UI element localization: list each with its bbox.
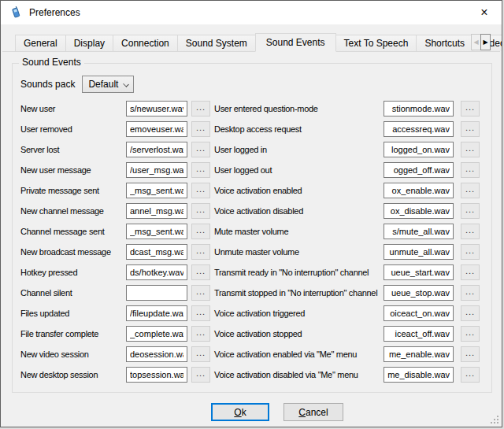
browse-button[interactable]: ... xyxy=(191,244,210,260)
browse-button[interactable]: ... xyxy=(461,162,480,178)
sound-file-input[interactable] xyxy=(126,244,187,260)
browse-button[interactable]: ... xyxy=(461,183,480,198)
sound-file-input[interactable] xyxy=(126,367,187,383)
sound-event-label: New user message xyxy=(20,165,126,175)
sound-event-row: Unmute master volume... xyxy=(214,242,480,262)
chevron-left-icon: ◀ xyxy=(473,39,478,46)
sound-event-label: Files updated xyxy=(20,309,126,318)
sounds-pack-label: Sounds pack xyxy=(20,79,75,90)
close-button[interactable]: × xyxy=(467,1,502,24)
browse-button[interactable]: ... xyxy=(461,367,480,383)
sound-event-row: Hotkey pressed... xyxy=(20,262,210,283)
sound-file-input[interactable] xyxy=(126,162,187,178)
browse-button[interactable]: ... xyxy=(461,326,480,342)
sounds-pack-dropdown[interactable]: Default xyxy=(82,76,134,93)
sound-event-label: Transmit ready in "No interruption" chan… xyxy=(214,268,384,277)
browse-button[interactable]: ... xyxy=(461,244,480,260)
sound-event-row: Transmit stopped in "No interruption" ch… xyxy=(214,283,480,303)
sound-file-input[interactable] xyxy=(126,224,187,239)
tab-scroll-right-button[interactable]: ▶ xyxy=(480,34,491,50)
sound-file-input[interactable] xyxy=(126,142,187,157)
sound-file-input[interactable] xyxy=(384,367,454,383)
sound-event-label: Server lost xyxy=(20,145,126,154)
browse-button[interactable]: ... xyxy=(191,224,210,239)
browse-button[interactable]: ... xyxy=(461,142,480,157)
browse-button[interactable]: ... xyxy=(461,264,480,280)
sound-event-row: Voice activation enabled... xyxy=(214,180,480,201)
browse-button[interactable]: ... xyxy=(191,326,210,342)
sound-event-row: Channel silent... xyxy=(20,283,210,303)
sound-file-input[interactable] xyxy=(126,264,187,280)
sound-event-label: Voice activation disabled via "Me" menu xyxy=(214,370,384,379)
sound-file-input[interactable] xyxy=(126,346,187,362)
cancel-button[interactable]: Cancel xyxy=(284,403,343,421)
sound-event-label: New desktop session xyxy=(20,370,126,379)
sound-file-input[interactable] xyxy=(384,203,454,219)
sound-file-input[interactable] xyxy=(384,224,454,239)
sound-file-input[interactable] xyxy=(384,142,454,157)
browse-button[interactable]: ... xyxy=(191,203,210,219)
tab-sound-system[interactable]: Sound System xyxy=(177,35,256,51)
sound-file-input[interactable] xyxy=(126,203,187,219)
sound-file-input[interactable] xyxy=(384,305,454,321)
chevron-down-icon xyxy=(124,81,130,87)
sound-event-label: File transfer complete xyxy=(20,329,126,338)
sound-file-input[interactable] xyxy=(126,305,187,321)
sound-file-input[interactable] xyxy=(126,183,187,198)
tab-display[interactable]: Display xyxy=(65,35,113,51)
sound-event-label: User entered question-mode xyxy=(214,104,384,113)
sound-event-label: Voice activation stopped xyxy=(214,329,384,338)
sound-event-row: New user... xyxy=(20,98,210,119)
sound-file-input[interactable] xyxy=(126,121,187,137)
sound-file-input[interactable] xyxy=(126,326,187,342)
sound-event-row: Voice activation triggered... xyxy=(214,303,480,324)
ok-button-label: O xyxy=(234,407,241,418)
browse-button[interactable]: ... xyxy=(191,346,210,362)
browse-button[interactable]: ... xyxy=(461,285,480,301)
browse-button[interactable]: ... xyxy=(191,121,210,137)
browse-button[interactable]: ... xyxy=(461,121,480,137)
window-title: Preferences xyxy=(29,7,80,18)
browse-button[interactable]: ... xyxy=(191,305,210,321)
browse-button[interactable]: ... xyxy=(461,224,480,239)
browse-button[interactable]: ... xyxy=(461,305,480,321)
sound-event-label: New channel message xyxy=(20,206,126,216)
tab-connection[interactable]: Connection xyxy=(113,35,178,51)
browse-button[interactable]: ... xyxy=(191,162,210,178)
resize-grip[interactable] xyxy=(489,414,499,424)
sound-event-row: Voice activation disabled via "Me" menu.… xyxy=(214,364,480,385)
sound-file-input[interactable] xyxy=(384,285,454,301)
sound-file-input[interactable] xyxy=(384,162,454,178)
browse-button[interactable]: ... xyxy=(191,101,210,116)
cancel-button-label: C xyxy=(298,407,306,418)
sound-event-row: User logged in... xyxy=(214,139,480,160)
sound-event-row: User logged out... xyxy=(214,160,480,180)
browse-button[interactable]: ... xyxy=(461,203,480,219)
browse-button[interactable]: ... xyxy=(461,346,480,362)
sound-file-input[interactable] xyxy=(384,183,454,198)
sound-event-row: New user message... xyxy=(20,160,210,180)
sound-file-input[interactable] xyxy=(126,101,187,116)
sound-file-input[interactable] xyxy=(384,244,454,260)
sound-file-input[interactable] xyxy=(384,326,454,342)
browse-button[interactable]: ... xyxy=(191,264,210,280)
tab-shortcuts[interactable]: Shortcuts xyxy=(416,35,473,51)
browse-button[interactable]: ... xyxy=(191,285,210,301)
sound-file-input[interactable] xyxy=(384,101,454,116)
sound-file-input[interactable] xyxy=(384,121,454,137)
browse-button[interactable]: ... xyxy=(191,142,210,157)
sound-file-input[interactable] xyxy=(126,285,187,301)
ok-button[interactable]: Ok xyxy=(211,403,269,421)
sounds-pack-value: Default xyxy=(88,79,118,90)
sound-event-label: Desktop access request xyxy=(214,124,384,134)
tab-text-to-speech[interactable]: Text To Speech xyxy=(335,35,417,51)
browse-button[interactable]: ... xyxy=(191,367,210,383)
tab-general[interactable]: General xyxy=(15,35,66,51)
sound-file-input[interactable] xyxy=(384,264,454,280)
browse-button[interactable]: ... xyxy=(191,183,210,198)
browse-button[interactable]: ... xyxy=(461,101,480,116)
sound-event-label: New broadcast message xyxy=(20,247,126,257)
sound-file-input[interactable] xyxy=(384,346,454,362)
sound-event-row: Mute master volume... xyxy=(214,221,480,242)
tab-sound-events[interactable]: Sound Events xyxy=(255,33,336,52)
